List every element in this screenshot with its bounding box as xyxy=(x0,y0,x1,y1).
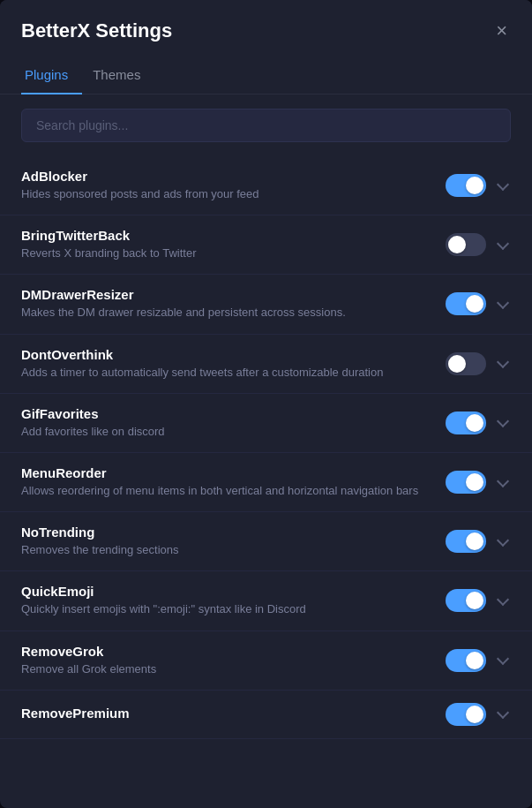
plugin-description: Add favorites like on discord xyxy=(21,424,431,440)
plugin-description: Hides sponsored posts and ads from your … xyxy=(21,186,431,202)
plugin-item: AdBlocker Hides sponsored posts and ads … xyxy=(0,156,532,215)
plugin-controls xyxy=(446,412,511,434)
plugin-info: DontOverthink Adds a timer to automatica… xyxy=(21,347,446,381)
plugin-expand-button[interactable] xyxy=(495,295,511,313)
tabs-container: Plugins Themes xyxy=(0,58,532,94)
plugin-controls xyxy=(446,292,511,315)
modal-title: BetterX Settings xyxy=(21,19,172,42)
toggle-track xyxy=(446,703,486,726)
plugin-toggle[interactable] xyxy=(446,174,486,197)
plugin-description: Quickly insert emojis with ":emoji:" syn… xyxy=(21,601,431,617)
toggle-thumb xyxy=(466,177,483,194)
plugin-expand-button[interactable] xyxy=(495,705,511,723)
plugin-toggle[interactable] xyxy=(446,649,486,672)
plugin-description: Removes the trending sections xyxy=(21,542,431,558)
plugin-item: QuickEmoji Quickly insert emojis with ":… xyxy=(0,571,532,631)
chevron-down-icon xyxy=(497,415,509,427)
plugin-controls xyxy=(446,174,511,197)
toggle-thumb xyxy=(466,295,483,313)
plugin-info: MenuReorder Allows reordering of menu it… xyxy=(21,465,446,499)
toggle-track xyxy=(446,174,486,197)
plugin-description: Remove all Grok elements xyxy=(21,661,431,677)
plugin-expand-button[interactable] xyxy=(495,473,511,492)
plugin-controls xyxy=(446,530,511,553)
plugin-toggle[interactable] xyxy=(446,352,486,375)
plugin-item: RemoveGrok Remove all Grok elements xyxy=(0,631,532,691)
plugin-item: RemovePremium xyxy=(0,691,532,739)
plugin-controls xyxy=(446,352,511,375)
plugin-name: GifFavorites xyxy=(21,406,431,421)
plugin-toggle[interactable] xyxy=(446,589,486,612)
plugin-toggle[interactable] xyxy=(446,703,486,726)
toggle-track xyxy=(446,233,486,256)
search-input[interactable] xyxy=(21,109,511,142)
chevron-down-icon xyxy=(497,238,509,250)
plugin-expand-button[interactable] xyxy=(495,177,511,195)
modal-overlay: BetterX Settings × Plugins Themes AdBloc… xyxy=(0,0,532,808)
plugin-name: QuickEmoji xyxy=(21,584,431,599)
plugin-info: DMDrawerResizer Makes the DM drawer resi… xyxy=(21,287,446,321)
plugin-toggle[interactable] xyxy=(446,292,486,315)
plugin-controls xyxy=(446,471,511,494)
plugin-info: RemoveGrok Remove all Grok elements xyxy=(21,644,446,677)
plugin-controls xyxy=(446,233,511,256)
plugin-description: Makes the DM drawer resizable and persis… xyxy=(21,305,431,321)
plugin-item: MenuReorder Allows reordering of menu it… xyxy=(0,453,532,512)
plugin-toggle[interactable] xyxy=(446,530,486,553)
toggle-thumb xyxy=(466,592,483,609)
plugin-info: GifFavorites Add favorites like on disco… xyxy=(21,406,446,440)
plugin-name: MenuReorder xyxy=(21,465,431,480)
toggle-track xyxy=(446,589,486,612)
plugin-name: DMDrawerResizer xyxy=(21,287,431,302)
plugin-name: RemoveGrok xyxy=(21,644,431,659)
plugin-description: Allows reordering of menu items in both … xyxy=(21,483,431,499)
plugin-toggle[interactable] xyxy=(446,471,486,494)
toggle-thumb xyxy=(466,473,483,491)
toggle-thumb xyxy=(466,414,483,432)
chevron-down-icon xyxy=(497,706,509,719)
plugin-expand-button[interactable] xyxy=(495,413,511,432)
toggle-track xyxy=(446,352,486,375)
plugin-controls xyxy=(446,589,511,612)
toggle-track xyxy=(446,649,486,672)
plugin-toggle[interactable] xyxy=(446,233,486,256)
chevron-down-icon xyxy=(497,297,509,309)
plugin-expand-button[interactable] xyxy=(495,532,511,551)
toggle-track xyxy=(446,530,486,553)
plugin-expand-button[interactable] xyxy=(495,236,511,254)
plugin-name: DontOverthink xyxy=(21,347,431,362)
plugin-info: BringTwitterBack Reverts X branding back… xyxy=(21,228,446,261)
chevron-down-icon xyxy=(497,356,509,368)
plugins-list: AdBlocker Hides sponsored posts and ads … xyxy=(0,149,532,808)
plugin-name: NoTrending xyxy=(21,525,431,540)
plugin-item: GifFavorites Add favorites like on disco… xyxy=(0,394,532,453)
tab-themes[interactable]: Themes xyxy=(89,58,154,94)
plugin-item: DontOverthink Adds a timer to automatica… xyxy=(0,335,532,394)
plugin-expand-button[interactable] xyxy=(495,651,511,669)
plugin-name: BringTwitterBack xyxy=(21,228,431,243)
toggle-track xyxy=(446,471,486,494)
toggle-track xyxy=(446,292,486,315)
toggle-thumb xyxy=(448,355,466,373)
chevron-down-icon xyxy=(497,534,509,547)
plugin-item: BringTwitterBack Reverts X branding back… xyxy=(0,215,532,275)
plugin-name: RemovePremium xyxy=(21,706,431,721)
plugin-toggle[interactable] xyxy=(446,412,486,434)
plugin-item: DMDrawerResizer Makes the DM drawer resi… xyxy=(0,275,532,334)
close-button[interactable]: × xyxy=(492,18,511,44)
plugin-info: RemovePremium xyxy=(21,706,446,723)
chevron-down-icon xyxy=(497,593,509,606)
toggle-thumb xyxy=(466,532,483,550)
modal-header: BetterX Settings × xyxy=(0,0,532,58)
toggle-thumb xyxy=(466,706,483,723)
plugin-expand-button[interactable] xyxy=(495,592,511,610)
tab-plugins[interactable]: Plugins xyxy=(21,58,82,94)
plugin-item: NoTrending Removes the trending sections xyxy=(0,512,532,571)
chevron-down-icon xyxy=(497,474,509,487)
plugin-expand-button[interactable] xyxy=(495,354,511,373)
plugin-info: AdBlocker Hides sponsored posts and ads … xyxy=(21,169,446,202)
toggle-track xyxy=(446,412,486,434)
toggle-thumb xyxy=(448,236,466,253)
plugin-controls xyxy=(446,703,511,726)
plugin-controls xyxy=(446,649,511,672)
